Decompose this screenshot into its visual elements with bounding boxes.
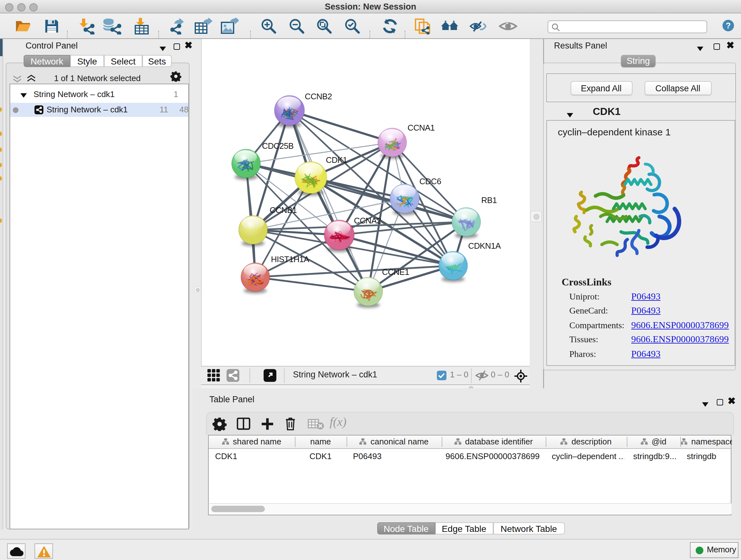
svg-text:CCNA2: CCNA2 — [354, 216, 381, 226]
svg-text:CCNE1: CCNE1 — [382, 267, 409, 277]
svg-text:CCNB1: CCNB1 — [269, 205, 296, 215]
svg-text:HIST1H1A: HIST1H1A — [271, 254, 309, 264]
svg-text:RB1: RB1 — [481, 195, 496, 205]
svg-text:CDC6: CDC6 — [419, 177, 441, 186]
svg-text:?: ? — [726, 21, 731, 30]
svg-text:CCNB2: CCNB2 — [305, 91, 332, 101]
svg-text:CDKN1A: CDKN1A — [468, 241, 501, 251]
svg-text:CDC25B: CDC25B — [262, 141, 293, 151]
svg-text:CCNA1: CCNA1 — [407, 123, 434, 132]
svg-text:CDK1: CDK1 — [326, 155, 347, 165]
